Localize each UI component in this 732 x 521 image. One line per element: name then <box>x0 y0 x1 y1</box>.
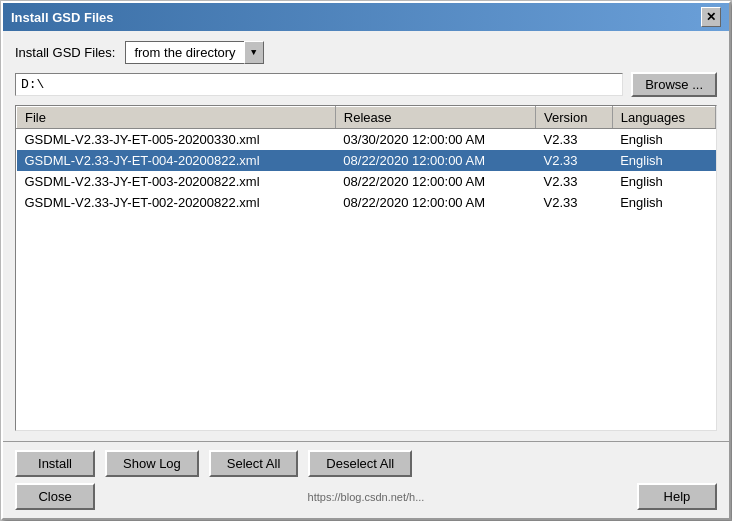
dropdown-arrow-icon[interactable]: ▼ <box>244 41 264 64</box>
cell-language: English <box>612 171 715 192</box>
path-input[interactable] <box>15 73 623 96</box>
main-window: Install GSD Files ✕ Install GSD Files: f… <box>1 1 731 520</box>
content-area: Install GSD Files: from the directory ▼ … <box>3 31 729 441</box>
status-url: https://blog.csdn.net/h... <box>308 491 425 503</box>
file-table-container[interactable]: File Release Version Languages GSDML-V2.… <box>15 105 717 431</box>
path-row: Browse ... <box>15 72 717 97</box>
cell-file: GSDML-V2.33-JY-ET-003-20200822.xml <box>17 171 336 192</box>
browse-button[interactable]: Browse ... <box>631 72 717 97</box>
cell-version: V2.33 <box>536 129 613 151</box>
cell-language: English <box>612 192 715 213</box>
action-buttons: Install Show Log Select All Deselect All <box>15 450 717 477</box>
col-version: Version <box>536 107 613 129</box>
show-log-button[interactable]: Show Log <box>105 450 199 477</box>
col-languages: Languages <box>612 107 715 129</box>
install-label: Install GSD Files: <box>15 45 115 60</box>
bottom-bar: Install Show Log Select All Deselect All… <box>3 441 729 518</box>
col-release: Release <box>335 107 535 129</box>
close-button[interactable]: Close <box>15 483 95 510</box>
cell-release: 03/30/2020 12:00:00 AM <box>335 129 535 151</box>
close-window-button[interactable]: ✕ <box>701 7 721 27</box>
cell-version: V2.33 <box>536 150 613 171</box>
cell-version: V2.33 <box>536 192 613 213</box>
cell-release: 08/22/2020 12:00:00 AM <box>335 192 535 213</box>
table-header-row: File Release Version Languages <box>17 107 716 129</box>
cell-language: English <box>612 150 715 171</box>
cell-language: English <box>612 129 715 151</box>
table-row[interactable]: GSDML-V2.33-JY-ET-002-20200822.xml 08/22… <box>17 192 716 213</box>
title-bar: Install GSD Files ✕ <box>3 3 729 31</box>
file-table: File Release Version Languages GSDML-V2.… <box>16 106 716 213</box>
table-row[interactable]: GSDML-V2.33-JY-ET-003-20200822.xml 08/22… <box>17 171 716 192</box>
source-dropdown-wrapper[interactable]: from the directory ▼ <box>125 41 263 64</box>
select-all-button[interactable]: Select All <box>209 450 298 477</box>
table-row[interactable]: GSDML-V2.33-JY-ET-004-20200822.xml 08/22… <box>17 150 716 171</box>
footer-row: Close https://blog.csdn.net/h... Help <box>15 483 717 510</box>
window-title: Install GSD Files <box>11 10 114 25</box>
cell-file: GSDML-V2.33-JY-ET-002-20200822.xml <box>17 192 336 213</box>
install-button[interactable]: Install <box>15 450 95 477</box>
cell-file: GSDML-V2.33-JY-ET-004-20200822.xml <box>17 150 336 171</box>
help-button[interactable]: Help <box>637 483 717 510</box>
install-from-row: Install GSD Files: from the directory ▼ <box>15 41 717 64</box>
col-file: File <box>17 107 336 129</box>
cell-release: 08/22/2020 12:00:00 AM <box>335 150 535 171</box>
cell-release: 08/22/2020 12:00:00 AM <box>335 171 535 192</box>
source-dropdown-value[interactable]: from the directory <box>125 41 243 64</box>
table-row[interactable]: GSDML-V2.33-JY-ET-005-20200330.xml 03/30… <box>17 129 716 151</box>
cell-file: GSDML-V2.33-JY-ET-005-20200330.xml <box>17 129 336 151</box>
deselect-all-button[interactable]: Deselect All <box>308 450 412 477</box>
cell-version: V2.33 <box>536 171 613 192</box>
